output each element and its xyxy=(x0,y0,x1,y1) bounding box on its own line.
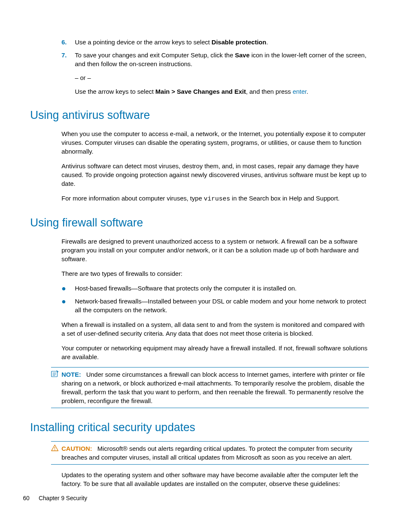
note-label: NOTE: xyxy=(61,371,81,378)
page-number: 60 xyxy=(23,495,30,501)
paragraph: There are two types of firewalls to cons… xyxy=(61,269,369,278)
caution-callout: CAUTION: Microsoft® sends out alerts reg… xyxy=(51,441,369,465)
text: in the Search box in Help and Support. xyxy=(230,195,340,202)
text: . xyxy=(307,88,308,95)
text: Use the arrow keys to select xyxy=(75,88,156,95)
heading-antivirus: Using antivirus software xyxy=(30,108,369,123)
step-7: 7. To save your changes and exit Compute… xyxy=(61,51,369,68)
text: Use a pointing device or the arrow keys … xyxy=(75,39,212,46)
note-text: Under some circumstances a firewall can … xyxy=(61,371,365,404)
document-page: 6. Use a pointing device or the arrow ke… xyxy=(0,0,399,511)
paragraph: Updates to the operating system and othe… xyxy=(61,470,369,488)
key-name: enter xyxy=(293,88,307,95)
heading-updates: Installing critical security updates xyxy=(30,420,369,436)
step-body: Use a pointing device or the arrow keys … xyxy=(75,38,369,46)
step-number: 7. xyxy=(61,51,75,68)
note-icon xyxy=(51,370,61,405)
bullet-icon: ● xyxy=(61,297,75,314)
paragraph: When a firewall is installed on a system… xyxy=(61,320,369,338)
note-body: NOTE: Under some circumstances a firewal… xyxy=(61,370,369,405)
list-item: ● Network-based firewalls—Installed betw… xyxy=(61,297,369,314)
paragraph: Firewalls are designed to prevent unauth… xyxy=(61,237,369,263)
text: . xyxy=(266,39,268,46)
paragraph: Antivirus software can detect most virus… xyxy=(61,162,369,188)
firewall-types-list: ● Host-based firewalls—Software that pro… xyxy=(61,284,369,314)
page-footer: 60 Chapter 9 Security xyxy=(23,494,87,503)
list-item-text: Network-based firewalls—Installed betwee… xyxy=(75,297,369,314)
step-number: 6. xyxy=(61,38,75,46)
step-7-alt: Use the arrow keys to select Main > Save… xyxy=(75,87,369,96)
list-item-text: Host-based firewalls—Software that prote… xyxy=(75,284,369,293)
bold-text: Save xyxy=(235,51,250,59)
paragraph: Your computer or networking equipment ma… xyxy=(61,344,369,361)
step-body: To save your changes and exit Computer S… xyxy=(75,51,369,68)
heading-firewall: Using firewall software xyxy=(30,215,369,231)
svg-point-5 xyxy=(54,450,55,450)
chapter-label: Chapter 9 Security xyxy=(38,495,87,501)
caution-text: Microsoft® sends out alerts regarding cr… xyxy=(61,445,352,461)
code-text: viruses xyxy=(204,195,230,203)
text: , and then press xyxy=(246,88,293,95)
caution-icon xyxy=(51,444,61,462)
caution-body: CAUTION: Microsoft® sends out alerts reg… xyxy=(61,444,369,462)
bold-text: Main > Save Changes and Exit xyxy=(156,88,246,95)
bold-text: Disable protection xyxy=(212,39,266,46)
text: To save your changes and exit Computer S… xyxy=(75,51,235,59)
note-callout: NOTE: Under some circumstances a firewal… xyxy=(51,367,369,408)
paragraph: When you use the computer to access e-ma… xyxy=(61,129,369,156)
caution-label: CAUTION: xyxy=(61,445,92,452)
list-item: ● Host-based firewalls—Software that pro… xyxy=(61,284,369,293)
or-separator: – or – xyxy=(75,73,369,82)
paragraph: For more information about computer viru… xyxy=(61,194,369,203)
bullet-icon: ● xyxy=(61,284,75,293)
step-6: 6. Use a pointing device or the arrow ke… xyxy=(61,38,369,46)
text: For more information about computer viru… xyxy=(61,195,204,202)
